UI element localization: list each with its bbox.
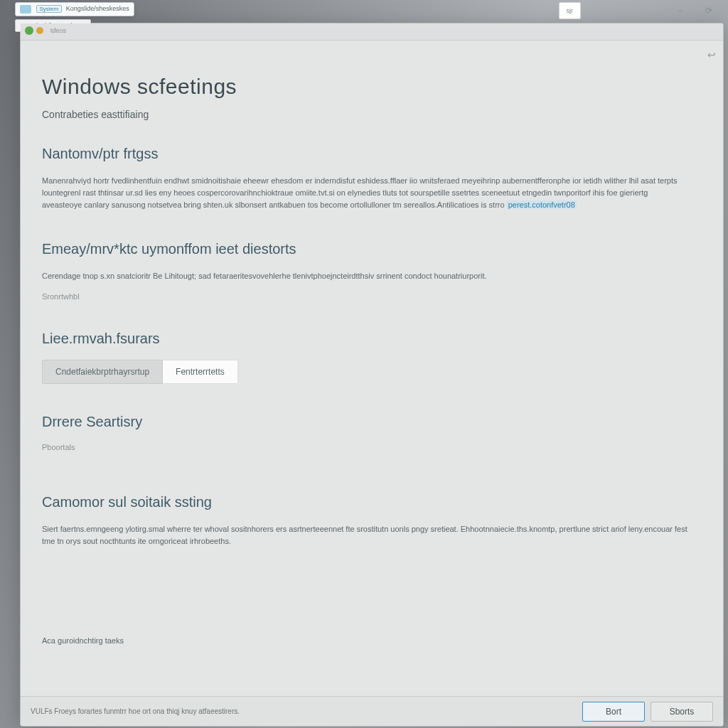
settings-window: System Kongslide/sheskeskes Snaglook/loo… (20, 23, 724, 727)
secondary-button[interactable]: Sborts (651, 702, 713, 722)
content-area: Windows scfeetings Contrabeties easttifi… (21, 41, 723, 696)
segmented-control: Cndetfaiekbrptrhayrsrtup Fentrterrtetts (42, 360, 702, 384)
section-heading: Emeay/mrv*ktc uymonffom ieet diestorts (42, 241, 702, 257)
section-heading: Liee.rmvah.fsurars (42, 331, 702, 347)
window-title-small: tdeos (50, 27, 66, 34)
section-notifications: Nantomv/ptr frtgss Manenrahviyd hortr fv… (42, 146, 702, 211)
section-body: Siert faertns.emngeeng ylotirg.smal wher… (42, 523, 689, 547)
section-sublabel: Pboortals (42, 443, 702, 451)
app-icon (25, 26, 33, 35)
status-text: VULFs Froeys forartes funmtrr hoe ort on… (31, 707, 577, 715)
section-heading: Camomor sul soitaik ssting (42, 494, 702, 510)
segment-option-2[interactable]: Fentrterrtetts (163, 360, 238, 384)
titlebar-chip[interactable]: sjr (559, 2, 582, 19)
section-common: Camomor sul soitaik ssting Siert faertns… (42, 494, 702, 547)
floating-tab[interactable]: System Kongslide/sheskeskes (15, 2, 134, 16)
restore-button[interactable]: ⟳ (695, 2, 723, 19)
section-body: Cerendage tnop s.xn snatcioritr Be Lihit… (42, 270, 689, 282)
page-subtitle: Contrabeties easttifiaing (42, 109, 702, 120)
section-sublabel: Sronrtwhbl (42, 292, 702, 301)
page-title: Windows scfeetings (42, 75, 702, 99)
section-heading: Drrere Seartisry (42, 414, 702, 430)
section-body: Manenrahviyd hortr fvedlinhentfuin endhw… (42, 175, 689, 211)
app-icon-secondary (36, 27, 43, 34)
tab-title: Kongslide/sheskeskes (66, 5, 129, 12)
section-heading: Nantomv/ptr frtgss (42, 146, 702, 162)
segment-option-1[interactable]: Cndetfaiekbrptrhayrsrtup (42, 360, 163, 384)
title-bar: tdeos sjr − ⟳ (21, 23, 723, 41)
section-device: Drrere Seartisry Pboortals (42, 414, 702, 451)
minimize-button[interactable]: − (666, 2, 695, 19)
inline-link[interactable]: perest.cotonfvetr08 (507, 200, 577, 209)
tab-badge: System (36, 5, 63, 13)
section-energy: Emeay/mrv*ktc uymonffom ieet diestorts C… (42, 241, 702, 301)
folder-icon (20, 5, 31, 14)
primary-button[interactable]: Bort (582, 702, 645, 722)
section-license: Liee.rmvah.fsurars Cndetfaiekbrptrhayrsr… (42, 331, 702, 384)
footer-link[interactable]: Aca guroidnchtirg taeks (42, 636, 124, 645)
status-bar: VULFs Froeys forartes funmtrr hoe ort on… (21, 696, 723, 726)
